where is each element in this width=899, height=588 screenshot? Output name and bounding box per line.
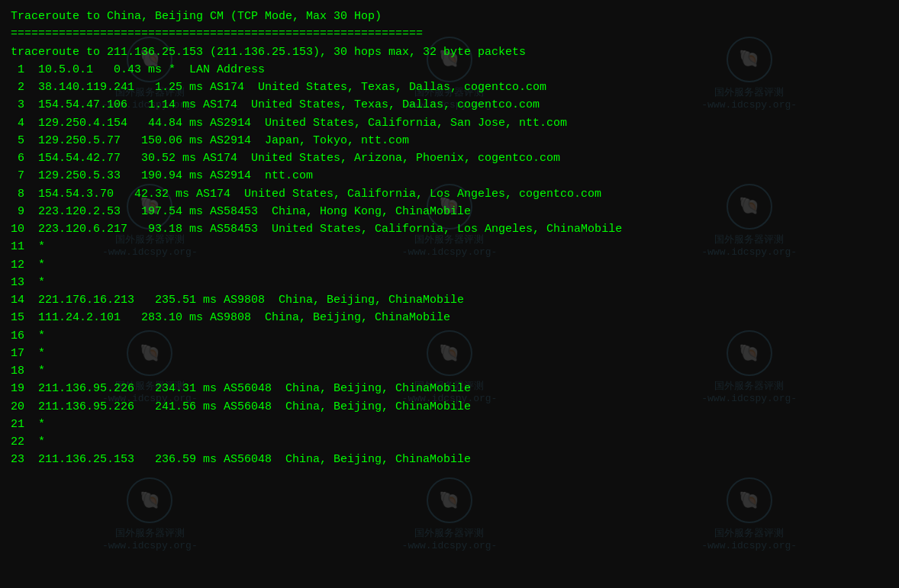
hop-line-18: 18 *	[11, 362, 888, 380]
hop-line-7: 7 129.250.5.33 190.94 ms AS2914 ntt.com	[11, 167, 888, 185]
watermark-url-10: -www.idcspy.org-	[102, 540, 198, 551]
watermark-url-11: -www.idcspy.org-	[402, 540, 498, 551]
hop-line-23: 23 211.136.25.153 236.59 ms AS56048 Chin…	[11, 451, 888, 468]
hop-line-10: 10 223.120.6.217 93.18 ms AS58453 United…	[11, 220, 888, 238]
watermark-url-12: -www.idcspy.org-	[701, 540, 797, 551]
watermark-text-10: 国外服务器评测	[115, 526, 185, 540]
hop-line-21: 21 *	[11, 416, 888, 433]
hop-line-14: 14 221.176.16.213 235.51 ms AS9808 China…	[11, 291, 888, 309]
hop-line-19: 19 211.136.95.226 234.31 ms AS56048 Chin…	[11, 380, 888, 397]
hop-line-11: 11 *	[11, 238, 888, 255]
hop-line-16: 16 *	[11, 327, 888, 345]
hop-line-2: 2 38.140.119.241 1.25 ms AS174 United St…	[11, 79, 888, 96]
hop-line-6: 6 154.54.42.77 30.52 ms AS174 United Sta…	[11, 149, 888, 167]
watermark-text-11: 国外服务器评测	[414, 526, 484, 540]
hops-list: 1 10.5.0.1 0.43 ms * LAN Address 2 38.14…	[11, 61, 888, 469]
terminal-output: Traceroute to China, Beijing CM (TCP Mod…	[11, 8, 888, 469]
hop-line-5: 5 129.250.5.77 150.06 ms AS2914 Japan, T…	[11, 132, 888, 149]
hop-line-8: 8 154.54.3.70 42.32 ms AS174 United Stat…	[11, 185, 888, 203]
subtitle-line: traceroute to 211.136.25.153 (211.136.25…	[11, 43, 888, 61]
hop-line-20: 20 211.136.95.226 241.56 ms AS56048 Chin…	[11, 398, 888, 416]
hop-line-17: 17 *	[11, 345, 888, 362]
hop-line-9: 9 223.120.2.53 197.54 ms AS58453 China, …	[11, 203, 888, 220]
title-line: Traceroute to China, Beijing CM (TCP Mod…	[11, 8, 888, 25]
hop-line-15: 15 111.24.2.101 283.10 ms AS9808 China, …	[11, 309, 888, 326]
watermark-text-12: 国外服务器评测	[714, 526, 784, 540]
hop-line-13: 13 *	[11, 274, 888, 291]
hop-line-22: 22 *	[11, 433, 888, 451]
hop-line-1: 1 10.5.0.1 0.43 ms * LAN Address	[11, 61, 888, 79]
hop-line-4: 4 129.250.4.154 44.84 ms AS2914 United S…	[11, 114, 888, 132]
hop-line-3: 3 154.54.47.106 1.14 ms AS174 United Sta…	[11, 96, 888, 114]
divider-line: ========================================…	[11, 25, 888, 43]
hop-line-12: 12 *	[11, 256, 888, 274]
